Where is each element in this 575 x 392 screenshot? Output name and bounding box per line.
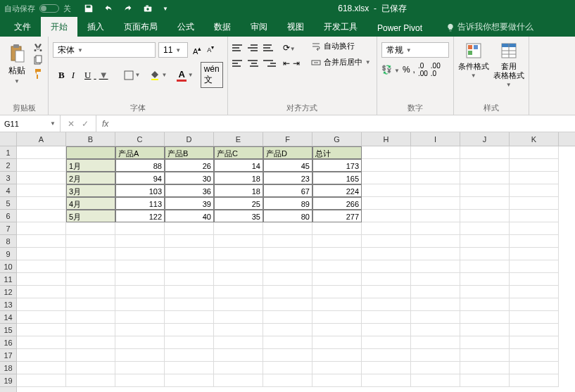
cell[interactable] (17, 298, 66, 311)
bold-button[interactable]: B (56, 68, 68, 82)
cell[interactable] (165, 260, 214, 273)
cell[interactable] (263, 222, 312, 235)
cell[interactable] (312, 336, 362, 349)
cell[interactable] (17, 146, 66, 159)
percent-button[interactable]: % (403, 65, 410, 75)
cell[interactable]: 产品C (214, 146, 263, 159)
cell[interactable] (165, 222, 214, 235)
cell[interactable] (165, 235, 214, 248)
align-bottom-button[interactable] (263, 42, 276, 53)
comma-button[interactable]: , (413, 65, 415, 75)
cell[interactable]: 35 (214, 210, 263, 222)
row-header[interactable]: 9 (0, 248, 16, 260)
camera-icon[interactable] (143, 4, 153, 13)
cell[interactable] (115, 298, 165, 311)
align-right-button[interactable] (263, 58, 276, 69)
merge-center-button[interactable]: 合并后居中 ▼ (310, 56, 372, 69)
accounting-format-button[interactable]: 💱 ▼ (381, 65, 400, 75)
cell[interactable] (115, 235, 165, 248)
cell[interactable]: 18 (214, 184, 263, 197)
cell[interactable] (115, 362, 165, 374)
cell[interactable] (312, 374, 362, 387)
cell[interactable] (214, 349, 263, 362)
cell[interactable] (362, 146, 411, 159)
cell[interactable] (165, 349, 214, 362)
column-header[interactable]: D (165, 132, 214, 146)
cell[interactable] (362, 336, 411, 349)
tab-layout[interactable]: 页面布局 (114, 17, 168, 37)
cell[interactable] (115, 324, 165, 336)
cell[interactable] (165, 362, 214, 374)
cell[interactable]: 40 (165, 210, 214, 222)
cell[interactable] (510, 159, 559, 172)
cell[interactable] (510, 324, 559, 336)
tab-view[interactable]: 视图 (277, 17, 314, 37)
cell[interactable]: 165 (312, 172, 362, 184)
cell[interactable] (510, 235, 559, 248)
cell[interactable] (460, 362, 510, 374)
number-format-combo[interactable]: 常规▼ (381, 42, 449, 58)
cell[interactable] (411, 273, 460, 286)
cell[interactable] (510, 184, 559, 197)
cell[interactable] (115, 374, 165, 387)
undo-icon[interactable] (103, 4, 113, 13)
cell[interactable] (165, 286, 214, 298)
tab-formula[interactable]: 公式 (168, 17, 204, 37)
cell[interactable] (214, 273, 263, 286)
cell[interactable] (263, 311, 312, 324)
cell[interactable] (460, 172, 510, 184)
cell[interactable] (115, 248, 165, 260)
orientation-button[interactable]: ⟳▼ (283, 43, 296, 53)
cell[interactable] (312, 248, 362, 260)
cell[interactable] (17, 248, 66, 260)
cell[interactable] (66, 324, 115, 336)
border-button[interactable]: ▼ (121, 69, 144, 82)
row-header[interactable]: 10 (0, 260, 16, 273)
cell[interactable]: 23 (263, 172, 312, 184)
cell[interactable] (165, 298, 214, 311)
cell[interactable] (214, 362, 263, 374)
row-header[interactable]: 12 (0, 286, 16, 298)
cell[interactable] (263, 235, 312, 248)
cell[interactable] (66, 286, 115, 298)
autosave-toggle[interactable]: 自动保存 关 (4, 4, 71, 14)
cell[interactable] (510, 349, 559, 362)
cell[interactable] (17, 349, 66, 362)
align-top-button[interactable] (232, 42, 245, 53)
format-painter-icon[interactable] (32, 68, 44, 79)
cell[interactable] (17, 197, 66, 210)
cell[interactable] (362, 362, 411, 374)
cell[interactable] (115, 286, 165, 298)
cell[interactable] (460, 336, 510, 349)
cell[interactable] (460, 197, 510, 210)
cell[interactable] (115, 336, 165, 349)
row-header[interactable]: 7 (0, 222, 16, 235)
cell[interactable] (411, 324, 460, 336)
select-all-corner[interactable] (0, 132, 16, 146)
cell[interactable]: 产品D (263, 146, 312, 159)
cell[interactable] (362, 374, 411, 387)
cell[interactable] (165, 336, 214, 349)
cell[interactable] (214, 336, 263, 349)
row-header[interactable]: 13 (0, 298, 16, 311)
cell[interactable]: 产品B (165, 146, 214, 159)
decrease-indent-button[interactable]: ⇤ (283, 58, 290, 68)
format-as-table-button[interactable]: 套用 表格格式▼ (493, 41, 524, 89)
row-header[interactable]: 16 (0, 336, 16, 349)
cell[interactable]: 122 (115, 210, 165, 222)
font-name-combo[interactable]: 宋体▼ (53, 42, 156, 58)
cell[interactable] (312, 235, 362, 248)
align-middle-button[interactable] (248, 42, 260, 53)
column-header[interactable]: G (312, 132, 362, 146)
cell[interactable] (510, 374, 559, 387)
cell[interactable] (17, 311, 66, 324)
cell[interactable] (460, 298, 510, 311)
cell[interactable] (115, 349, 165, 362)
row-header[interactable]: 17 (0, 349, 16, 362)
cell[interactable]: 3月 (66, 184, 115, 197)
cell[interactable] (362, 235, 411, 248)
cell[interactable] (510, 197, 559, 210)
cell[interactable]: 266 (312, 197, 362, 210)
cell[interactable] (263, 248, 312, 260)
cell[interactable] (115, 222, 165, 235)
